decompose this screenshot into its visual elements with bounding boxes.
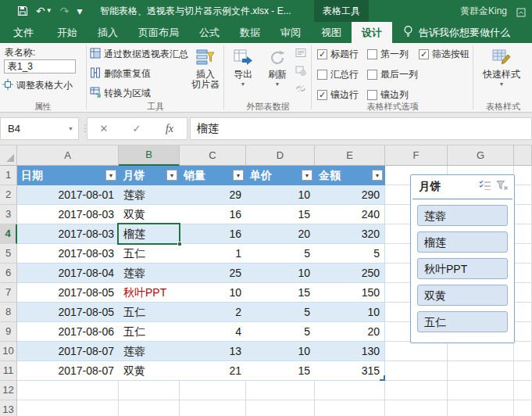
table-header-月饼[interactable]: 月饼▼ bbox=[119, 166, 180, 185]
cell-E12[interactable] bbox=[315, 381, 385, 400]
tab-页面布局[interactable]: 页面布局 bbox=[128, 22, 189, 43]
tab-数据[interactable]: 数据 bbox=[230, 22, 270, 43]
tab-文件[interactable]: 文件 bbox=[0, 22, 47, 43]
slicer-item-双黄[interactable]: 双黄 bbox=[417, 285, 508, 306]
table-properties-icon[interactable] bbox=[295, 48, 306, 60]
cell-C11[interactable]: 21 bbox=[180, 361, 246, 381]
table-name-input[interactable] bbox=[4, 59, 76, 74]
cell-B5[interactable]: 五仁 bbox=[119, 244, 180, 264]
cell-B8[interactable]: 五仁 bbox=[119, 303, 180, 322]
ribbon-display-options-icon[interactable] bbox=[516, 6, 526, 20]
cell-A13[interactable] bbox=[17, 400, 119, 416]
unlink-icon[interactable] bbox=[295, 84, 306, 96]
redo-button[interactable]: ↷ bbox=[60, 5, 70, 16]
tab-开始[interactable]: 开始 bbox=[47, 22, 87, 43]
row-header-12[interactable]: 12 bbox=[0, 381, 17, 400]
table-header-日期[interactable]: 日期▼ bbox=[17, 166, 119, 185]
cell-D3[interactable]: 15 bbox=[246, 205, 315, 224]
cell-G13[interactable] bbox=[448, 400, 514, 416]
row-header-10[interactable]: 10 bbox=[0, 342, 17, 361]
cell-C9[interactable]: 4 bbox=[180, 322, 246, 342]
cell-C8[interactable]: 2 bbox=[180, 303, 246, 322]
row-header-13[interactable]: 13 bbox=[0, 400, 17, 416]
enter-icon[interactable]: ✓ bbox=[120, 123, 153, 134]
resize-table-button[interactable]: 调整表格大小 bbox=[2, 77, 73, 93]
cell-D11[interactable]: 15 bbox=[246, 361, 315, 381]
cell-A5[interactable]: 2017-08-03 bbox=[17, 244, 119, 264]
filter-dropdown-icon[interactable]: ▼ bbox=[233, 170, 244, 181]
cell-E4[interactable]: 320 bbox=[315, 224, 385, 244]
cell-H1[interactable] bbox=[514, 166, 532, 185]
slicer-item-五仁[interactable]: 五仁 bbox=[417, 311, 508, 332]
cell-H10[interactable] bbox=[514, 342, 532, 361]
cell-E3[interactable]: 240 bbox=[315, 205, 385, 224]
slicer-item-莲蓉[interactable]: 莲蓉 bbox=[417, 205, 508, 226]
insert-function-icon[interactable]: fx bbox=[153, 123, 186, 135]
cell-B12[interactable] bbox=[119, 381, 180, 400]
column-header-B[interactable]: B bbox=[119, 145, 180, 166]
checkbox-镶边行[interactable]: ✓镶边行 bbox=[317, 88, 359, 102]
cell-B13[interactable] bbox=[119, 400, 180, 416]
name-box-dropdown-icon[interactable]: ▼ bbox=[68, 126, 73, 131]
cell-B3[interactable]: 双黄 bbox=[119, 205, 180, 224]
export-button[interactable]: 导出 ▼ bbox=[227, 45, 259, 100]
cell-B4[interactable]: 榴莲 bbox=[119, 224, 180, 244]
cell-H9[interactable] bbox=[514, 322, 532, 342]
row-header-9[interactable]: 9 bbox=[0, 322, 17, 342]
tab-设计[interactable]: 设计 bbox=[352, 22, 392, 43]
cell-E10[interactable]: 130 bbox=[315, 342, 385, 361]
filter-dropdown-icon[interactable]: ▼ bbox=[372, 170, 383, 181]
row-header-4[interactable]: 4 bbox=[0, 224, 17, 244]
cell-H11[interactable] bbox=[514, 361, 532, 381]
row-header-1[interactable]: 1 bbox=[0, 166, 17, 185]
cell-B10[interactable]: 莲蓉 bbox=[119, 342, 180, 361]
select-all-corner[interactable] bbox=[0, 145, 17, 166]
checkbox-标题行[interactable]: ✓标题行 bbox=[317, 47, 359, 61]
cell-C7[interactable]: 10 bbox=[180, 283, 246, 303]
tab-公式[interactable]: 公式 bbox=[189, 22, 230, 43]
cell-B6[interactable]: 莲蓉 bbox=[119, 264, 180, 283]
undo-dropdown-icon[interactable]: ▼ bbox=[46, 8, 52, 14]
slicer-item-秋叶PPT[interactable]: 秋叶PPT bbox=[417, 258, 508, 279]
cell-B2[interactable]: 莲蓉 bbox=[119, 185, 180, 205]
cell-G10[interactable] bbox=[448, 342, 514, 361]
column-header-F[interactable]: F bbox=[385, 145, 448, 166]
cell-D10[interactable]: 10 bbox=[246, 342, 315, 361]
quick-styles-button[interactable]: 快速样式 ▼ bbox=[480, 45, 523, 100]
cell-H12[interactable] bbox=[514, 381, 532, 400]
cell-H13[interactable] bbox=[514, 400, 532, 416]
cell-A6[interactable]: 2017-08-04 bbox=[17, 264, 119, 283]
tab-审阅[interactable]: 审阅 bbox=[270, 22, 311, 43]
cell-A10[interactable]: 2017-08-07 bbox=[17, 342, 119, 361]
filter-dropdown-icon[interactable]: ▼ bbox=[166, 170, 177, 181]
cell-E2[interactable]: 290 bbox=[315, 185, 385, 205]
cell-D8[interactable]: 5 bbox=[246, 303, 315, 322]
checkbox-最后一列[interactable]: 最后一列 bbox=[367, 67, 418, 81]
cell-D12[interactable] bbox=[246, 381, 315, 400]
refresh-button[interactable]: 刷新 ▼ bbox=[261, 45, 294, 100]
checkbox-第一列[interactable]: 第一列 bbox=[367, 47, 418, 61]
tab-视图[interactable]: 视图 bbox=[311, 22, 352, 43]
cell-H3[interactable] bbox=[514, 205, 532, 224]
cell-E5[interactable]: 5 bbox=[315, 244, 385, 264]
row-header-7[interactable]: 7 bbox=[0, 283, 17, 303]
row-header-3[interactable]: 3 bbox=[0, 205, 17, 224]
cell-F10[interactable] bbox=[385, 342, 448, 361]
cell-D13[interactable] bbox=[246, 400, 315, 416]
filter-dropdown-icon[interactable]: ▼ bbox=[105, 170, 116, 181]
cell-A9[interactable]: 2017-08-06 bbox=[17, 322, 119, 342]
checkbox-box[interactable]: ✓ bbox=[317, 49, 327, 59]
cell-G12[interactable] bbox=[448, 381, 514, 400]
cell-C10[interactable]: 13 bbox=[180, 342, 246, 361]
cell-C3[interactable]: 16 bbox=[180, 205, 246, 224]
slicer-panel[interactable]: 月饼 莲蓉榴莲秋叶PPT双黄五仁 bbox=[410, 174, 515, 343]
column-header-G[interactable]: G bbox=[448, 145, 514, 166]
cell-E11[interactable]: 315 bbox=[315, 361, 385, 381]
cell-F13[interactable] bbox=[385, 400, 448, 416]
cell-D6[interactable]: 10 bbox=[246, 264, 315, 283]
cell-D7[interactable]: 15 bbox=[246, 283, 315, 303]
checkbox-box[interactable] bbox=[367, 70, 377, 80]
table-header-销量[interactable]: 销量▼ bbox=[180, 166, 246, 185]
cell-A8[interactable]: 2017-08-05 bbox=[17, 303, 119, 322]
cell-G11[interactable] bbox=[448, 361, 514, 381]
